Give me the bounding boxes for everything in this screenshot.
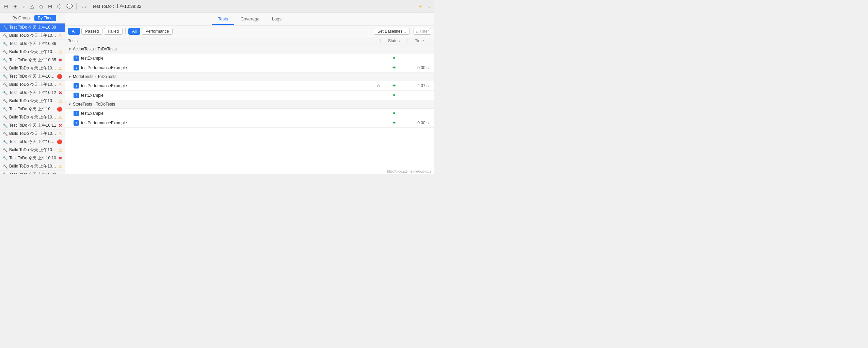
group-header[interactable]: ▼ ModelTests › ToDoTests [65, 73, 434, 81]
test-status-cell: ✦ [380, 120, 407, 126]
group-chevron-icon: › [95, 75, 96, 79]
list-item[interactable]: 🔧Test ToDo 今天 上午10:11✖ [0, 122, 65, 130]
item-label: Test ToDo 今天 上午10:12 [9, 106, 55, 112]
test-icon: 🔧 [3, 140, 8, 144]
search-icon[interactable]: ⌕ [22, 3, 26, 9]
build-icon: 🔨 [3, 82, 8, 87]
table-row[interactable]: ttestPerformanceExample✦0.00 s [65, 118, 434, 128]
test-name-label: testPerformanceExample [81, 121, 380, 125]
test-icon: 🔧 [3, 25, 8, 30]
item-label: Build ToDo 今天 上午10:11 [9, 131, 57, 137]
filter-passed-btn[interactable]: Passed [81, 28, 102, 35]
list-item[interactable]: 🔧Test ToDo 今天 上午10:10✖ [0, 154, 65, 162]
test-icon: 🔧 [3, 42, 8, 46]
list-item[interactable]: 🔨Build ToDo 今天 上午10:10⚠ [0, 162, 65, 171]
tab-logs[interactable]: Logs [266, 14, 288, 25]
item-label: Build ToDo 今天 上午10:39 [9, 33, 57, 38]
set-baselines-button[interactable]: Set Baselines... [374, 28, 409, 35]
shape-icon[interactable]: ◇ [39, 3, 43, 10]
error-badge-icon: 🔴 [57, 74, 62, 79]
test-time-cell: 2.07 s [407, 83, 431, 88]
filter-search-label: Filter [420, 29, 429, 34]
pass-check-icon: ✦ [392, 92, 396, 98]
error-badge-icon: ✖ [59, 58, 62, 63]
test-status-cell: ✦ [380, 55, 407, 61]
list-item[interactable]: 🔧Test ToDo 今天 上午10:35✖ [0, 56, 65, 64]
item-label: Test ToDo 今天 上午10:33 [9, 74, 55, 79]
list-item[interactable]: 🔨Build ToDo 今天 上午10:11⚠ [0, 130, 65, 138]
item-label: Build ToDo 今天 上午10:12 [9, 98, 57, 104]
warning-badge-icon: ⚠ [58, 82, 62, 87]
sidebar-tabs: By Group By Time [0, 13, 65, 23]
filter-sep [125, 28, 126, 34]
forward-arrow[interactable]: › [85, 4, 87, 9]
filter-all-perf-btn[interactable]: All [128, 28, 140, 35]
warning-badge-icon: ⚠ [58, 115, 62, 120]
warning-badge-icon: ⚠ [58, 131, 62, 136]
tab-by-time[interactable]: By Time [34, 15, 56, 21]
tag-icon[interactable]: ⬡ [57, 3, 62, 10]
group-header[interactable]: ▼ StoreTests › ToDoTests [65, 100, 434, 109]
column-tests: Tests [68, 38, 380, 43]
build-icon: 🔨 [3, 99, 8, 104]
item-label: Test ToDo 今天 上午10:36 [9, 41, 62, 47]
filter-performance-btn[interactable]: Performance [142, 28, 173, 35]
item-label: Test ToDo 今天 上午10:10 [9, 139, 55, 145]
group-name: ActionTests [73, 47, 94, 51]
list-item[interactable]: 🔨Build ToDo 今天 上午10:36⚠ [0, 48, 65, 56]
list-item[interactable]: 🔧Test ToDo 今天 上午10:10🔴 [0, 138, 65, 146]
tab-coverage[interactable]: Coverage [234, 14, 266, 25]
column-status: Status [380, 38, 407, 43]
test-type-icon: t [74, 120, 79, 126]
tab-tests[interactable]: Tests [212, 14, 234, 25]
error-badge-icon: 🔴 [57, 107, 62, 112]
group-header[interactable]: ▼ ActionTests › ToDoTests [65, 45, 434, 53]
list-item[interactable]: 🔧Test ToDo 今天 上午10:33🔴 [0, 73, 65, 81]
hierarchy-icon[interactable]: ⊞ [13, 3, 18, 10]
chat-icon[interactable]: 💬 [66, 3, 73, 10]
table-row[interactable]: ttestPerformanceExample⊙✦2.07 s [65, 81, 434, 91]
item-label: Build ToDo 今天 上午10:36 [9, 49, 57, 55]
test-status-cell: ✦ [380, 64, 407, 71]
item-label: Build ToDo 今天 上午10:10 [9, 163, 57, 169]
test-type-icon: t [74, 65, 79, 70]
list-item[interactable]: 🔨Build ToDo 今天 上午10:10⚠ [0, 146, 65, 154]
test-name-label: testExample [81, 111, 380, 116]
test-name-label: testExample [81, 93, 380, 98]
item-label: Test ToDo 今天 上午10:35 [9, 57, 57, 63]
back-icon-right[interactable]: ‹ [428, 4, 430, 9]
filter-all-btn[interactable]: All [68, 28, 80, 35]
clock-icon: ⊙ [377, 83, 380, 88]
warning-icon[interactable]: △ [30, 3, 34, 10]
build-icon: 🔨 [3, 148, 8, 153]
test-icon: 🔧 [3, 74, 8, 79]
folder-icon[interactable]: ⊟ [4, 3, 9, 10]
list-item[interactable]: 🔧Test ToDo 今天 上午10:12🔴 [0, 105, 65, 113]
filter-failed-btn[interactable]: Failed [104, 28, 123, 35]
table-row[interactable]: ttestPerformanceExample✦0.00 s [65, 63, 434, 73]
search-icon: ⌕ [416, 29, 418, 33]
list-item[interactable]: 🔨Build ToDo 今天 上午10:33⚠ [0, 81, 65, 89]
list-item[interactable]: 🔨Build ToDo 今天 上午10:39⚠ [0, 32, 65, 40]
table-row[interactable]: ttestExample✦ [65, 91, 434, 100]
filter-search[interactable]: ⌕ Filter [414, 28, 431, 35]
pass-check-icon: ✦ [392, 120, 396, 126]
list-item[interactable]: 🔧Test ToDo 今天 上午10:12✖ [0, 89, 65, 97]
tab-by-group[interactable]: By Group [9, 15, 33, 21]
test-content: ▼ ActionTests › ToDoTeststtestExample✦tt… [65, 45, 434, 174]
table-row[interactable]: ttestExample✦ [65, 109, 434, 118]
table-row[interactable]: ttestExample✦ [65, 53, 434, 63]
grid-icon[interactable]: ⊞ [48, 3, 52, 10]
column-time: Time [407, 38, 431, 43]
list-item[interactable]: 🔨Build ToDo 今天 上午10:12⚠ [0, 97, 65, 105]
list-item[interactable]: 🔧Test ToDo 今天 上午10:09 [0, 171, 65, 174]
list-item[interactable]: 🔧Test ToDo 今天 上午10:36 [0, 40, 65, 48]
list-item[interactable]: 🔧Test ToDo 今天 上午10:39 [0, 23, 65, 32]
pass-check-icon: ✦ [392, 82, 396, 89]
item-label: Test ToDo 今天 上午10:11 [9, 123, 57, 128]
list-item[interactable]: 🔨Build ToDo 今天 上午10:12⚠ [0, 113, 65, 122]
pass-check-icon: ✦ [392, 110, 396, 116]
list-item[interactable]: 🔨Build ToDo 今天 上午10:35⚠ [0, 64, 65, 73]
back-arrow[interactable]: ‹ [81, 4, 83, 9]
nav-arrows: ‹ › [81, 4, 86, 9]
